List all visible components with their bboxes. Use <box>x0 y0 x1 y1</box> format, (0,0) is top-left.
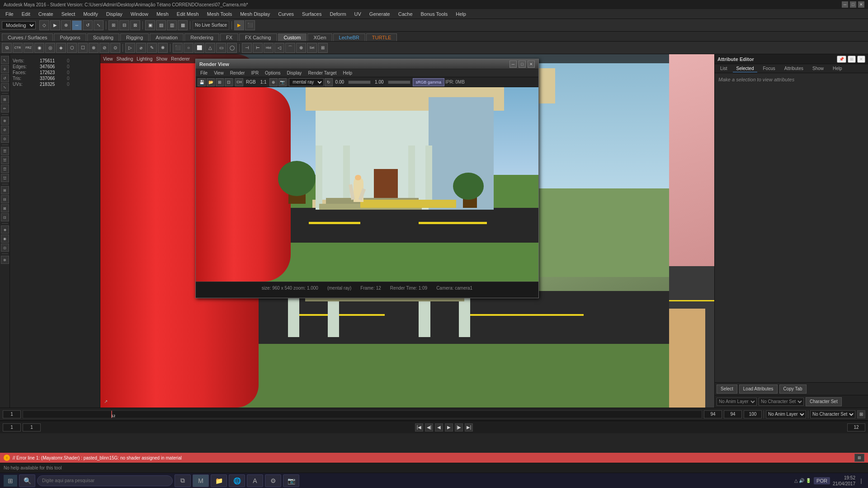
tb-btn-render2[interactable]: ▤ <box>156 20 166 30</box>
tb-btn-snap1[interactable]: ⊞ <box>108 20 118 30</box>
ae-detach-btn[interactable]: ⊞ <box>848 56 856 63</box>
tb-btn-1[interactable]: ◇ <box>39 20 49 30</box>
tb-btn-render3[interactable]: ▥ <box>167 20 177 30</box>
rv-menu-render[interactable]: Render <box>227 70 248 76</box>
paint-tool-btn[interactable]: ✏ <box>1 104 9 113</box>
tab-animation[interactable]: Animation <box>150 33 184 41</box>
tl-end-input[interactable] <box>704 410 722 418</box>
menu-edit-mesh[interactable]: Edit Mesh <box>173 10 203 18</box>
layer1-btn[interactable]: ☰ <box>1 147 9 155</box>
tb2-btn-1[interactable]: ⧉ <box>2 43 12 53</box>
taskbar-search-btn[interactable]: 🔍 <box>19 474 35 487</box>
tl-start-input[interactable] <box>3 410 21 418</box>
tb2-merge-btn[interactable]: ⊢ <box>253 43 263 53</box>
pb-play-back-btn[interactable]: ◀ <box>435 423 443 432</box>
menu-surfaces[interactable]: Surfaces <box>298 10 325 18</box>
vp-menu-shading[interactable]: Shading <box>117 56 133 61</box>
ae-pin-btn[interactable]: 📌 <box>837 56 846 63</box>
tab-custom[interactable]: Custom <box>278 33 307 41</box>
tl-range-end-input[interactable] <box>744 410 762 418</box>
taskbar-explorer-btn[interactable]: 📁 <box>211 474 227 487</box>
tab-xgen[interactable]: XGen <box>307 33 332 41</box>
menu-help[interactable]: Help <box>452 10 470 18</box>
tb2-cone-btn[interactable]: △ <box>205 43 215 53</box>
mode-selector[interactable]: Modeling <box>2 21 36 29</box>
tb-btn-render4[interactable]: ▦ <box>178 20 188 30</box>
menu-bonus-tools[interactable]: Bonus Tools <box>417 10 452 18</box>
close-button[interactable]: ✕ <box>858 1 864 8</box>
extra2-btn[interactable]: ⊟ <box>1 195 9 203</box>
tab-rigging[interactable]: Rigging <box>120 33 149 41</box>
taskbar-chrome-btn[interactable]: 🌐 <box>229 474 245 487</box>
tb-btn-3[interactable]: ⊕ <box>61 20 71 30</box>
ae-tab-focus[interactable]: Focus <box>759 65 778 72</box>
menu-generate[interactable]: Generate <box>366 10 394 18</box>
vp-menu-view[interactable]: View <box>103 56 113 61</box>
tb-btn-scale[interactable]: ⤡ <box>94 20 104 30</box>
tb2-paint-btn[interactable]: ✎ <box>147 43 157 53</box>
vp-menu-show[interactable]: Show <box>156 56 167 61</box>
layer4-btn[interactable]: ☳ <box>1 174 9 182</box>
tb2-sel-btn[interactable]: ▷ <box>125 43 135 53</box>
menu-edit[interactable]: Edit <box>18 10 34 18</box>
menu-mesh-display[interactable]: Mesh Display <box>236 10 274 18</box>
tb2-cube-btn[interactable]: ⬛ <box>173 43 183 53</box>
char-set-select-tl[interactable]: No Character Set <box>810 410 855 418</box>
tb2-curve-btn[interactable]: ⌒ <box>285 43 295 53</box>
manip1-btn[interactable]: ⊗ <box>1 117 9 125</box>
tab-fx[interactable]: FX <box>220 33 238 41</box>
layer3-btn[interactable]: ☲ <box>1 165 9 173</box>
menu-mesh-tools[interactable]: Mesh Tools <box>203 10 236 18</box>
ae-copy-tab-btn[interactable]: Copy Tab <box>779 385 807 394</box>
tb2-btn-freeze[interactable]: FRZ <box>24 43 33 53</box>
rv-refresh-btn[interactable]: ↻ <box>325 78 333 86</box>
ae-load-attrs-btn[interactable]: Load Attributes <box>739 385 778 394</box>
ae-tab-show[interactable]: Show <box>809 65 827 72</box>
extra1-btn[interactable]: ⊞ <box>1 186 9 194</box>
tb2-btn-4[interactable]: ◉ <box>34 43 44 53</box>
tab-lechebr[interactable]: LecheBR <box>333 33 365 41</box>
ae-close-btn[interactable]: ✕ <box>857 56 865 63</box>
tb-btn-2[interactable]: ▶ <box>50 20 60 30</box>
tb2-btn-5[interactable]: ◎ <box>45 43 55 53</box>
tb2-btn-6[interactable]: ◈ <box>56 43 66 53</box>
rv-minimize-btn[interactable]: ─ <box>509 61 517 68</box>
anim-layer-select[interactable]: No Anim Layer <box>717 398 757 406</box>
taskbar-app1-btn[interactable]: A <box>247 474 263 487</box>
misc1-btn[interactable]: ◈ <box>1 225 9 234</box>
menu-file[interactable]: File <box>2 10 17 18</box>
tab-rendering[interactable]: Rendering <box>184 33 219 41</box>
rv-renderer-select[interactable]: mental ray <box>289 78 324 86</box>
pb-frame-display[interactable] <box>847 423 865 432</box>
tb2-plane-btn[interactable]: ▭ <box>216 43 226 53</box>
pb-step-back-btn[interactable]: ◀| <box>425 423 433 432</box>
taskbar-maya-btn[interactable]: M <box>193 474 209 487</box>
ae-tab-list[interactable]: List <box>717 65 731 72</box>
pb-current-frame[interactable] <box>3 423 21 432</box>
vp-menu-lighting[interactable]: Lighting <box>137 56 152 61</box>
move-tool-btn[interactable]: ✛ <box>1 65 9 73</box>
ae-tab-help[interactable]: Help <box>829 65 846 72</box>
rv-exposure-slider[interactable] <box>348 80 371 84</box>
tb-btn-snap2[interactable]: ⊟ <box>119 20 129 30</box>
tb2-sphere-btn[interactable]: ○ <box>184 43 193 53</box>
tb2-sym-btn[interactable]: ⊕ <box>296 43 306 53</box>
layer2-btn[interactable]: ☱ <box>1 156 9 164</box>
render-view-window[interactable]: Render View ─ □ ✕ File View Render IPR O… <box>195 59 539 298</box>
tb-btn-rotate[interactable]: ↺ <box>83 20 93 30</box>
tl-menu-btn[interactable]: ⊞ <box>857 410 865 418</box>
rv-save-btn[interactable]: 💾 <box>198 78 206 86</box>
extra3-btn[interactable]: ⊠ <box>1 204 9 212</box>
tb-render-btn[interactable]: ▶ <box>234 20 244 30</box>
tb2-btn-center[interactable]: CTR <box>13 43 23 53</box>
pb-go-end-btn[interactable]: ▶| <box>465 423 473 432</box>
minimize-button[interactable]: ─ <box>842 1 848 8</box>
tb2-lasso-btn[interactable]: ⌀ <box>136 43 146 53</box>
tb-btn-render1[interactable]: ▣ <box>145 20 155 30</box>
rv-menu-view[interactable]: View <box>211 70 226 76</box>
ae-select-btn[interactable]: Select <box>717 385 737 394</box>
tb2-btn-8[interactable]: ☐ <box>78 43 88 53</box>
rv-snapshot-btn[interactable]: 📷 <box>278 78 287 86</box>
manip3-btn[interactable]: ⊙ <box>1 135 9 143</box>
tab-fx-caching[interactable]: FX Caching <box>239 33 277 41</box>
